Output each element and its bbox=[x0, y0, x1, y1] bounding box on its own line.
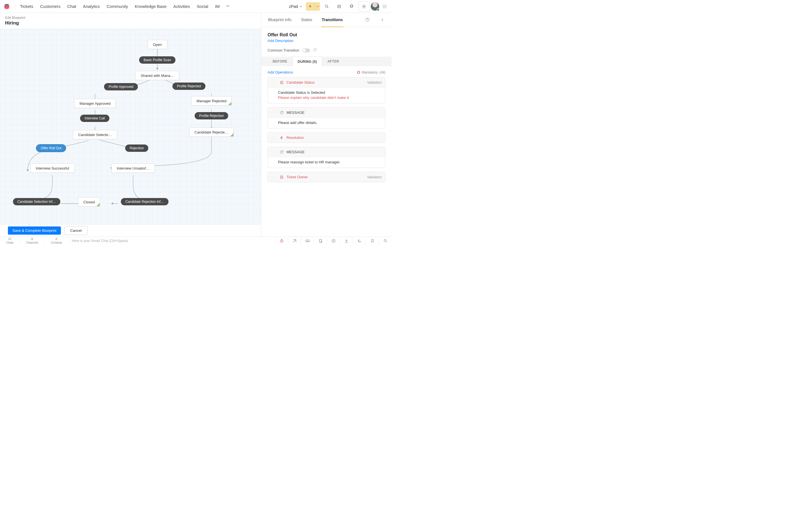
zia-icon[interactable] bbox=[288, 237, 301, 245]
bb-contacts[interactable]: Contacts bbox=[45, 237, 68, 244]
tab-states[interactable]: States bbox=[301, 13, 313, 27]
op-tag: Validation bbox=[367, 80, 382, 84]
page-title: Hiring bbox=[5, 20, 256, 26]
op-body-line2: Please explain why candidate didn't make… bbox=[278, 96, 381, 100]
pill-basic-profile-scan[interactable]: Basic Profile Scan bbox=[139, 56, 175, 64]
svg-point-10 bbox=[386, 6, 386, 7]
phase-before[interactable]: BEFORE bbox=[267, 57, 292, 66]
app-logo[interactable] bbox=[3, 3, 11, 10]
op-message-1[interactable]: ⋮⋮ MESSAGE Please add offer details. bbox=[267, 107, 386, 128]
node-manager-approved[interactable]: Manager Approved bbox=[74, 99, 116, 108]
svg-point-13 bbox=[386, 7, 386, 8]
cancel-button[interactable]: Cancel bbox=[64, 226, 87, 235]
tab-transitions[interactable]: Transitions bbox=[321, 13, 343, 27]
common-transition-help-icon[interactable] bbox=[313, 48, 317, 53]
op-message-2[interactable]: ⋮⋮ MESSAGE Please reassign ticket to HR … bbox=[267, 147, 386, 168]
gamification-icon[interactable] bbox=[346, 1, 357, 12]
node-manager-rejected[interactable]: Manager Rejected bbox=[191, 96, 232, 106]
bb-channels[interactable]: Channels bbox=[20, 237, 44, 244]
pill-candidate-rejection-info[interactable]: Candidate Rejection Inf… bbox=[121, 198, 168, 205]
gear-icon[interactable] bbox=[358, 1, 370, 11]
nav-community[interactable]: Community bbox=[103, 0, 132, 13]
node-closed[interactable]: Closed bbox=[78, 198, 100, 207]
drag-handle-icon[interactable]: ⋮⋮ bbox=[271, 176, 277, 178]
tab-blueprint-info[interactable]: Blueprint Info bbox=[267, 13, 292, 27]
nav-knowledge-base[interactable]: Knowledge Base bbox=[132, 0, 170, 13]
save-button[interactable]: Save & Complete Blueprint bbox=[8, 226, 61, 235]
blueprint-canvas[interactable]: Open Basic Profile Scan Shared with Mana… bbox=[0, 29, 261, 224]
nav-im[interactable]: IM bbox=[212, 0, 223, 13]
svg-point-0 bbox=[325, 5, 327, 7]
node-candidate-selected[interactable]: Candidate Selecte… bbox=[73, 130, 117, 139]
pill-candidate-selection-info[interactable]: Candidate Selection Inf… bbox=[13, 198, 60, 205]
op-ticket-owner[interactable]: ⋮⋮ Ticket Owner Validation bbox=[267, 172, 386, 182]
bb-chats[interactable]: Chats bbox=[0, 237, 20, 244]
svg-point-6 bbox=[384, 5, 385, 6]
import-icon[interactable] bbox=[340, 237, 353, 245]
drag-handle-icon[interactable]: ⋮⋮ bbox=[271, 81, 277, 83]
search-icon[interactable] bbox=[321, 1, 333, 12]
search-icon-bottom[interactable] bbox=[378, 237, 392, 245]
phase-during[interactable]: DURING (5) bbox=[292, 57, 322, 66]
nav-chat[interactable]: Chat bbox=[64, 0, 80, 13]
node-open[interactable]: Open bbox=[147, 40, 167, 49]
pin-icon[interactable] bbox=[379, 17, 386, 24]
svg-point-8 bbox=[383, 6, 384, 7]
op-title: Resolution bbox=[287, 135, 382, 140]
nav-activities[interactable]: Activities bbox=[170, 0, 193, 13]
add-dropdown[interactable] bbox=[314, 2, 320, 11]
pill-profile-rejection[interactable]: Profile Rejection bbox=[195, 112, 228, 119]
common-transition-label: Common Transition bbox=[267, 48, 299, 52]
node-candidate-rejected[interactable]: Candidate Rejecte… bbox=[189, 128, 234, 137]
apps-grid-icon[interactable] bbox=[380, 2, 389, 11]
node-shared-with-manager[interactable]: Shared with Mana… bbox=[135, 71, 179, 80]
node-interview-unsatisfactory[interactable]: Interview Unsatisf… bbox=[111, 164, 155, 173]
moon-icon[interactable] bbox=[353, 237, 366, 245]
drag-handle-icon[interactable]: ⋮⋮ bbox=[271, 151, 277, 153]
keyboard-icon[interactable] bbox=[301, 237, 314, 245]
op-candidate-status[interactable]: ⋮⋮ Candidate Status Validation Candidate… bbox=[267, 77, 386, 103]
drag-handle-icon[interactable]: ⋮⋮ bbox=[271, 112, 277, 114]
phase-after[interactable]: AFTER bbox=[322, 57, 344, 66]
clipboard-alert-icon[interactable] bbox=[314, 237, 327, 245]
nav-social[interactable]: Social bbox=[193, 0, 212, 13]
svg-rect-22 bbox=[306, 240, 309, 242]
mandatory-dot-icon bbox=[357, 71, 360, 74]
workspace-switcher[interactable]: zPad bbox=[286, 3, 305, 10]
pill-profile-rejected[interactable]: Profile Rejected bbox=[172, 82, 206, 90]
op-body-line1: Candidate Status is Selected bbox=[278, 91, 381, 95]
svg-point-12 bbox=[384, 7, 385, 8]
drag-handle-icon[interactable]: ⋮⋮ bbox=[271, 136, 277, 139]
recent-icon[interactable] bbox=[327, 237, 340, 245]
common-transition-toggle[interactable] bbox=[302, 48, 310, 52]
mandatory-indicator: Mandatory (All) bbox=[357, 70, 386, 74]
add-operations-link[interactable]: Add Operations bbox=[267, 70, 293, 74]
add-button[interactable]: + bbox=[306, 2, 314, 11]
add-description-link[interactable]: Add Description bbox=[267, 39, 294, 43]
op-body: Please add offer details. bbox=[268, 118, 385, 128]
bookmark-icon[interactable] bbox=[366, 237, 378, 245]
help-icon[interactable] bbox=[364, 16, 371, 24]
op-resolution[interactable]: ⋮⋮ Resolution bbox=[267, 132, 386, 143]
timer-icon[interactable] bbox=[275, 237, 288, 245]
avatar[interactable] bbox=[371, 2, 379, 11]
feed-icon[interactable] bbox=[334, 1, 345, 12]
svg-point-2 bbox=[351, 6, 351, 6]
pill-interview-call[interactable]: Interview Call bbox=[80, 115, 109, 122]
pill-rejection[interactable]: Rejection bbox=[125, 145, 148, 152]
smart-chat-input[interactable]: Here is your Smart Chat (Ctrl+Space) bbox=[68, 239, 275, 243]
nav-analytics[interactable]: Analytics bbox=[80, 0, 103, 13]
pill-profile-approved[interactable]: Profile Approved bbox=[104, 83, 138, 91]
nav-customers[interactable]: Customers bbox=[37, 0, 64, 13]
canvas-header: Edit Blueprint Hiring bbox=[0, 13, 261, 29]
add-button-group: + bbox=[306, 2, 320, 11]
svg-point-3 bbox=[352, 6, 353, 6]
nav-tickets[interactable]: Tickets bbox=[17, 0, 37, 13]
pill-offer-roll-out[interactable]: Offer Roll Out bbox=[36, 144, 66, 152]
svg-point-19 bbox=[33, 238, 33, 239]
op-title: Ticket Owner bbox=[287, 175, 364, 179]
nav-more-icon[interactable] bbox=[225, 4, 231, 9]
op-title: MESSAGE bbox=[287, 150, 382, 154]
chevron-down-icon bbox=[300, 5, 302, 8]
node-interview-successful[interactable]: Interview Successful bbox=[31, 164, 75, 173]
